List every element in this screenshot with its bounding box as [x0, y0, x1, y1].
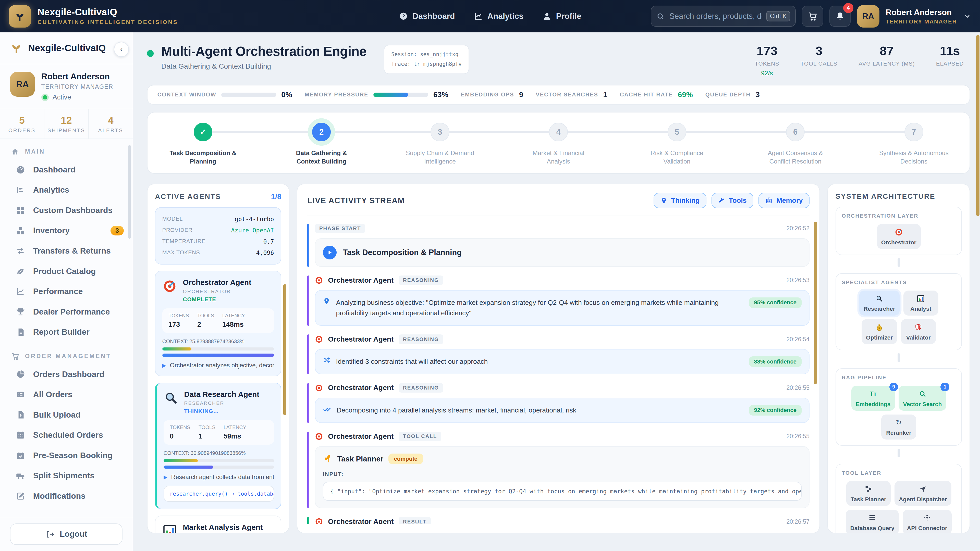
active-agents-panel: ACTIVE AGENTS 1/8 MODELgpt-4-turbo PROVI… [147, 184, 290, 534]
nav-item-dashboard[interactable]: Dashboard [399, 11, 455, 21]
sidebar-item-dealer-performance[interactable]: Dealer Performance [0, 302, 133, 322]
notification-count-badge: 4 [843, 3, 853, 13]
sidebar-item-product-catalog[interactable]: Product Catalog [0, 261, 133, 281]
sidebar-item-transfers-returns[interactable]: Transfers & Returns [0, 241, 133, 261]
agent-card-orchestrator[interactable]: Orchestrator Agent ORCHESTRATOR COMPLETE… [155, 271, 282, 376]
sidebar-item-scheduled-orders[interactable]: Scheduled Orders [0, 425, 133, 445]
vector-search-count-badge: 1 [940, 383, 949, 391]
pipeline-step-1[interactable]: ✓ Task Decomposition & Planning [166, 123, 240, 166]
notifications-button[interactable]: 4 [829, 6, 851, 27]
cart-icon [808, 11, 818, 21]
node-vector-search[interactable]: 1 Vector Search [899, 386, 946, 411]
orchestration-layer-box: ORCHESTRATION LAYER Orchestrator [835, 206, 962, 255]
node-validator[interactable]: Validator [901, 319, 936, 344]
agent-card-market-analysis[interactable]: Market Analysis Agent ANALYST IDLE TOKEN… [155, 516, 282, 534]
layer-connector [897, 353, 900, 362]
user-role: TERRITORY MANAGER [41, 83, 113, 90]
reasoning-text: Decomposing into 4 parallel analysis str… [337, 405, 743, 416]
stat-avg-latency: 87 AVG LATENCY (MS) [859, 44, 915, 77]
status-dot [41, 94, 49, 101]
pipeline-step-2[interactable]: 2 Data Gathering & Context Building [285, 123, 358, 166]
search-icon [656, 12, 665, 21]
sidebar-item-analytics[interactable]: Analytics [0, 180, 133, 200]
node-embeddings[interactable]: 9 Tᴛ Embeddings [851, 386, 895, 411]
sidebar-item-bulk-upload[interactable]: Bulk Upload [0, 405, 133, 425]
sidebar-user-card: RA Robert Anderson TERRITORY MANAGER Act… [0, 64, 133, 109]
pin-icon [323, 297, 330, 305]
cart-icon [11, 352, 19, 360]
temperature-value: 0.7 [263, 238, 274, 245]
sidebar-scrollbar[interactable] [128, 145, 131, 239]
cart-button[interactable] [802, 6, 823, 27]
filter-memory-button[interactable]: Memory [759, 193, 810, 208]
avatar: RA [10, 72, 35, 97]
sidebar-item-report-builder[interactable]: Report Builder [0, 322, 133, 342]
pipeline-step-7[interactable]: 7 Synthesis & Autonomous Decisions [877, 123, 951, 166]
trophy-icon [16, 307, 25, 317]
nav-item-profile[interactable]: Profile [542, 11, 581, 21]
entry-badge: RESULT [399, 517, 431, 524]
avatar[interactable]: RA [857, 5, 880, 27]
list-bars-icon [850, 513, 894, 522]
sidebar-item-inventory[interactable]: Inventory 3 [0, 221, 133, 241]
metric-memory-pressure: MEMORY PRESSURE 63% [305, 90, 449, 99]
agent-card-data-research[interactable]: Data Research Agent RESEARCHER THINKING.… [155, 383, 282, 510]
window-scrollbar[interactable] [976, 35, 979, 216]
nav-user-block[interactable]: Robert Anderson TERRITORY MANAGER [886, 8, 957, 25]
sidebar-menu: MAIN Dashboard Analytics Custom Dashboar… [0, 139, 133, 517]
confidence-badge: 88% confidence [749, 356, 802, 367]
node-database-query[interactable]: Database Query [846, 510, 899, 534]
sidebar-item-performance[interactable]: Performance [0, 281, 133, 302]
node-agent-dispatcher[interactable]: Agent Dispatcher [894, 481, 951, 506]
nav-item-analytics[interactable]: Analytics [474, 11, 523, 21]
search-input[interactable] [670, 12, 762, 21]
four-arrows-icon [907, 513, 947, 522]
magnifier-icon [864, 294, 895, 303]
confidence-badge: 95% confidence [749, 297, 802, 308]
sidebar-item-split-shipments[interactable]: Split Shipments [0, 465, 133, 486]
sidebar-item-all-orders[interactable]: All Orders [0, 384, 133, 405]
sidebar-item-orders-dashboard[interactable]: Orders Dashboard [0, 364, 133, 384]
pipeline-step-3[interactable]: 3 Supply Chain & Demand Intelligence [403, 123, 477, 166]
filter-thinking-button[interactable]: Thinking [654, 193, 706, 208]
app-window: Nexgile-CultivaIQ CULTIVATING INTELLIGEN… [0, 0, 980, 551]
activity-scrollbar[interactable] [814, 222, 817, 384]
pipeline-step-4[interactable]: 4 Market & Financial Analysis [522, 123, 595, 166]
entry-badge: REASONING [399, 383, 443, 393]
node-task-planner[interactable]: Task Planner [846, 481, 891, 506]
logout-button[interactable]: Logout [10, 524, 123, 545]
node-reranker[interactable]: ↻ Reranker [881, 414, 916, 440]
rag-pipeline-box: RAG PIPELINE 9 Tᴛ Embeddings 1 Vector Se… [835, 368, 962, 445]
sidebar-collapse-button[interactable]: ‹ [114, 42, 129, 57]
target-icon [162, 278, 177, 303]
node-researcher[interactable]: Researcher [859, 291, 900, 316]
flowchart-icon [851, 485, 886, 493]
sidebar-item-modifications[interactable]: Modifications [0, 486, 133, 507]
sidebar-item-custom-dashboards[interactable]: Custom Dashboards [0, 200, 133, 221]
status-label: Active [52, 94, 71, 101]
pipeline-step-5[interactable]: 5 Risk & Compliance Validation [640, 123, 714, 166]
shield-icon [905, 323, 932, 332]
node-orchestrator[interactable]: Orchestrator [877, 224, 921, 249]
node-analyst[interactable]: Analyst [904, 291, 939, 316]
shuffle-icon [323, 356, 330, 364]
entry-time: 20:26:55 [786, 433, 810, 440]
user-role: TERRITORY MANAGER [886, 18, 957, 25]
double-check-icon [323, 405, 331, 413]
sidebar-item-pre-season-booking[interactable]: Pre-Season Booking [0, 445, 133, 466]
node-api-connector[interactable]: API Connector [903, 510, 952, 534]
chevron-down-icon[interactable] [963, 12, 971, 21]
filter-tools-button[interactable]: Tools [711, 193, 753, 208]
agents-scrollbar[interactable] [283, 284, 286, 415]
entry-time: 20:26:57 [786, 518, 810, 524]
pipeline-step-6[interactable]: 6 Agent Consensus & Conflict Resolution [759, 123, 832, 166]
nav-item-label: Profile [556, 11, 581, 21]
stat-tokens: 173 TOKENS 92/s [755, 44, 779, 77]
node-optimizer[interactable]: $ Optimizer [862, 319, 897, 344]
main-content: Multi-Agent Orchestration Engine Data Ga… [133, 32, 980, 551]
sidebar-item-dashboard[interactable]: Dashboard [0, 159, 133, 180]
entry-time: 20:26:54 [786, 336, 810, 343]
sidebar-stats: 5 ORDERS 12 SHIPMENTS 4 ALERTS [0, 109, 133, 139]
session-id: Session: ses_nnjjttxq [391, 50, 461, 59]
memory-pressure-bar [373, 93, 428, 97]
